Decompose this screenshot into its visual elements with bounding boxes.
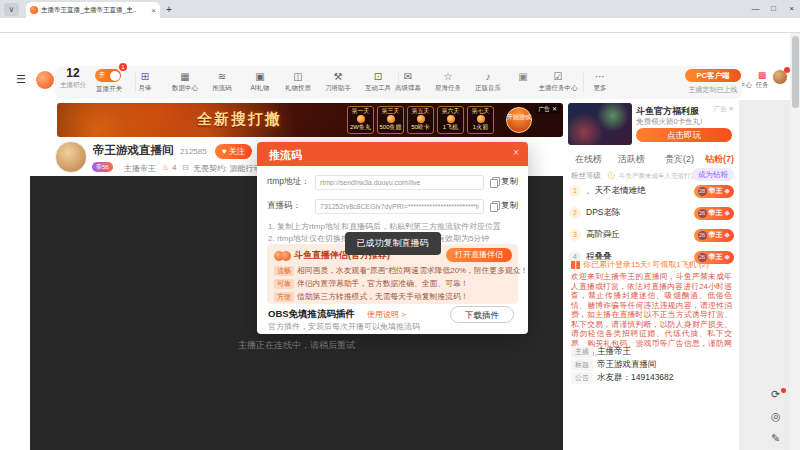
sidebar-ad-thumbnail[interactable] xyxy=(568,103,632,145)
tab-active-rank[interactable]: 活跃榜 xyxy=(618,153,645,166)
info-icon[interactable]: ⓘ xyxy=(608,171,615,181)
fan-list-item[interactable]: 3 高阶舜丘 26帝王◆ xyxy=(569,226,734,244)
stream-code-modal: 推流码 × rtmp地址： 复制 直播码： 复制 1. 复制上方rtmp地址和直… xyxy=(257,142,528,334)
banner-ad-close-label[interactable]: 广告 ✕ xyxy=(535,105,560,114)
rtmp-label: rtmp地址： xyxy=(267,176,315,188)
banner-title: 全新搜打撤 xyxy=(197,110,282,129)
window-close-button[interactable]: × xyxy=(784,1,799,16)
obs-usage-link[interactable]: 使用说明 > xyxy=(367,309,406,320)
diamond-icon: ◆ xyxy=(725,231,730,239)
modal-close-icon[interactable]: × xyxy=(513,147,519,158)
page-scrollbar[interactable] xyxy=(790,33,800,450)
promo-banner-ad[interactable]: 全新搜打撤 第一天2W鱼丸 第三天500鱼翅 第五天50欧卡 第六天1飞机 第七… xyxy=(57,103,563,137)
info-row-notice: 公告水友群：149143682 xyxy=(571,372,674,384)
dota-helper-icon: ⚒ xyxy=(316,70,360,83)
advanced-danmu-icon: ✉ xyxy=(386,70,430,83)
tab-search-chevron-icon[interactable]: ∨ xyxy=(4,3,19,16)
diamond-icon: ◆ xyxy=(725,253,730,261)
banner-play-button[interactable]: 开始游戏 xyxy=(506,107,532,133)
companion-point: 可靠伴侣内置弹幕助手，官方数据准确、全面、可靠！ xyxy=(274,278,469,289)
float-feedback-button[interactable]: ✎ xyxy=(771,432,780,445)
pc-client-button[interactable]: PC客户端 xyxy=(685,69,741,82)
toolbar-item-monthly-pay[interactable]: ⊞月俸 xyxy=(123,70,167,92)
sidebar-ad-close-label[interactable]: 广告 ✕ xyxy=(714,105,734,114)
diamond-icon: ◆ xyxy=(725,187,730,195)
reward-icon xyxy=(417,115,425,123)
game-tag[interactable]: 无畏契约: 源能行动 xyxy=(193,163,261,174)
new-tab-button[interactable]: + xyxy=(166,4,172,15)
gift-icon xyxy=(571,261,580,269)
fans-level-label: 粉丝等级 xyxy=(571,171,601,181)
open-companion-button[interactable]: 打开直播伴侣 xyxy=(446,248,512,262)
douyu-mascot-icon xyxy=(36,71,54,89)
room-announcement: 欢迎来到主播帝王的直播间，斗鱼严禁未成年人直播或打赏，依法对直播内容进行24小时… xyxy=(571,272,732,358)
rtmp-address-input[interactable] xyxy=(315,175,484,190)
toolbar-item-dota-helper[interactable]: ⚒刀塔助手 xyxy=(316,70,360,92)
diamond-icon: ◆ xyxy=(725,209,730,217)
right-sidebar: 斗鱼官方福利服 广告 ✕ 免费领火箭0卡鱼丸! 点击即玩 在线榜 活跃榜 贵宾(… xyxy=(565,100,738,450)
player-status-message: 主播正在连线中，请稍后重试 xyxy=(30,339,563,352)
stream-code-label: 直播码： xyxy=(267,200,315,212)
category-grid-icon: ⊟ xyxy=(182,163,189,172)
tab-diamond-fans[interactable]: 钻粉(7) xyxy=(705,153,734,166)
hamburger-icon[interactable]: ☰ xyxy=(16,73,26,86)
reward-tile: 第七天1火箭 xyxy=(467,106,494,134)
fan-name: DPS老陈 xyxy=(586,207,694,219)
follow-button[interactable]: ♥ 关注 xyxy=(215,144,252,159)
become-diamond-fan-button[interactable]: 成为钻粉 xyxy=(692,168,734,181)
toolbar-item-more[interactable]: ⋯更多 xyxy=(578,70,622,92)
browser-tab-strip: ∨ 主播帝王直播_主播帝王直播_主.. × + — □ × xyxy=(0,0,800,18)
toolbar-item-anchor-task-center[interactable]: ☑主播任务中心 xyxy=(536,70,580,92)
reward-tile: 第一天2W鱼丸 xyxy=(347,106,374,134)
float-record-button[interactable]: ◎ xyxy=(771,410,781,423)
gift-promo-icon[interactable]: ▣ xyxy=(511,70,535,83)
reward-tile: 第三天500鱼翅 xyxy=(377,106,404,134)
tab-vip[interactable]: 贵宾(2) xyxy=(665,153,694,166)
live-switch-toggle[interactable]: 开 xyxy=(95,69,121,82)
modal-header: 推流码 × xyxy=(257,142,528,166)
browser-window: ∨ 主播帝王直播_主播帝王直播_主.. × + — □ × ← ⟳ https:… xyxy=(0,0,800,450)
fan-list-item[interactable]: 1 、天不老情难绝 28帝王◆ xyxy=(569,182,734,200)
sidebar-ad-play-button[interactable]: 点击即玩 xyxy=(636,128,732,142)
toolbar-item-licensed-music[interactable]: ♪正版音乐 xyxy=(466,70,510,92)
fan-list-item[interactable]: 2 DPS老陈 26帝王◆ xyxy=(569,204,734,222)
browser-tab[interactable]: 主播帝王直播_主播帝王直播_主.. × xyxy=(26,2,160,18)
sidebar-ad-desc: 免费领火箭0卡鱼丸! xyxy=(636,117,702,127)
tab-online-rank[interactable]: 在线榜 xyxy=(575,153,602,166)
login-reward-notice[interactable]: 你已累计登录15天! 可领取1飞机 (2) xyxy=(571,259,709,270)
douyu-favicon-icon xyxy=(30,6,38,14)
info-row-title: 标题帝王游戏直播间 xyxy=(571,359,657,371)
task-gift-icon: ▩ xyxy=(752,70,772,81)
anchor-task-center-icon: ☑ xyxy=(536,70,580,83)
window-minimize-button[interactable]: — xyxy=(748,1,763,16)
minor-recharge-notice: 斗鱼严禁未成年人充值打赏 xyxy=(619,172,697,181)
fan-name: 高阶舜丘 xyxy=(586,229,694,241)
browser-address-bar: ← ⟳ https://www.douyu.com/7312527dyshid=… xyxy=(0,18,800,33)
scrollbar-thumb[interactable] xyxy=(792,36,799,108)
float-notification-dot xyxy=(781,388,786,393)
tab-close-icon[interactable]: × xyxy=(151,6,156,15)
toolbar-item-star-sea-task[interactable]: ☆星海任务 xyxy=(426,70,470,92)
room-heat-count: 212585 xyxy=(180,147,207,156)
anchor-name: 主播帝王 xyxy=(124,163,156,174)
toolbar-item-gift-vote[interactable]: ◫礼物投票 xyxy=(276,70,320,92)
stream-code-input[interactable] xyxy=(315,199,484,214)
copy-icon xyxy=(490,177,499,187)
float-history-button[interactable]: ⟳ xyxy=(771,388,780,401)
reward-tile: 第六天1飞机 xyxy=(437,106,464,134)
streamer-avatar xyxy=(55,141,87,173)
pc-client-subtext: 主播定制已上线 xyxy=(670,85,756,95)
copy-rtmp-button[interactable]: 复制 xyxy=(490,176,518,188)
obs-plugin-desc: 官方插件，安装后每次开播可以免填推流码 xyxy=(268,321,420,332)
toolbar-item-advanced-danmu[interactable]: ✉高级弹幕 xyxy=(386,70,430,92)
reward-icon xyxy=(387,115,395,123)
gift-vote-icon: ◫ xyxy=(276,70,320,83)
download-plugin-button[interactable]: 下载插件 xyxy=(450,306,514,323)
window-maximize-button[interactable]: □ xyxy=(766,1,781,16)
more-icon: ⋯ xyxy=(578,70,622,83)
fan-badge: 26帝王◆ xyxy=(694,229,734,242)
fan-rank: 1 xyxy=(569,185,581,197)
fan-badge: 26帝王◆ xyxy=(694,207,734,220)
room-title: 帝王游戏直播间 xyxy=(93,143,174,158)
copy-code-button[interactable]: 复制 xyxy=(490,200,518,212)
